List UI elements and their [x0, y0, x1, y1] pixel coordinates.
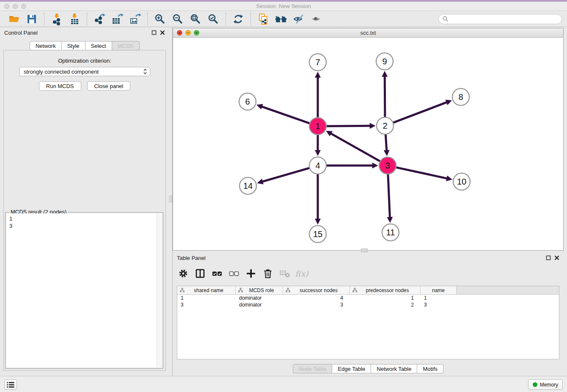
svg-text:7: 7: [315, 58, 320, 67]
column-header-successor-nodes[interactable]: successor nodes: [283, 286, 350, 294]
table-row[interactable]: 3dominator323: [177, 301, 559, 308]
node-14[interactable]: 14: [239, 177, 256, 194]
toolbar-separator: [44, 13, 44, 25]
task-history-button[interactable]: [4, 379, 17, 390]
import-network-icon[interactable]: [50, 13, 63, 25]
save-icon[interactable]: [25, 13, 39, 25]
show-view-icon[interactable]: [310, 13, 323, 25]
hide-view-icon[interactable]: [292, 13, 306, 25]
edge-4-14[interactable]: [262, 168, 311, 182]
svg-text:8: 8: [458, 92, 463, 102]
network-canvas[interactable]: 7968124314101511: [173, 38, 563, 250]
tab-select[interactable]: Select: [85, 41, 112, 50]
network-titlebar[interactable]: scc.txt: [173, 28, 563, 38]
node-10[interactable]: 10: [453, 173, 470, 190]
zoom-fit-icon[interactable]: [189, 13, 202, 25]
search-input[interactable]: [451, 16, 558, 22]
horizontal-splitter-grip[interactable]: [361, 248, 368, 252]
table-cell: 3: [421, 302, 457, 308]
svg-text:3: 3: [385, 161, 390, 170]
toolbar-separator: [226, 13, 226, 25]
edge-2-3[interactable]: [385, 133, 387, 151]
node-6[interactable]: 6: [239, 93, 256, 110]
edge-1-2[interactable]: [325, 126, 370, 126]
open-folder-icon[interactable]: [7, 13, 21, 25]
svg-text:1: 1: [315, 121, 320, 131]
refresh-layout-icon[interactable]: [231, 13, 245, 25]
run-mcds-button[interactable]: Run MCDS: [39, 81, 81, 91]
node-15[interactable]: 15: [309, 226, 326, 243]
node-7[interactable]: 7: [309, 54, 326, 71]
node-9[interactable]: 9: [376, 53, 393, 70]
edge-2-9[interactable]: [385, 76, 385, 118]
memory-button[interactable]: Memory: [528, 379, 563, 390]
control-panel-tabs: NetworkStyleSelectMCDS: [0, 41, 169, 50]
close-panel-button[interactable]: Close panel: [87, 81, 131, 91]
table-cell: 3: [283, 302, 350, 308]
zoom-selected-icon[interactable]: [206, 13, 220, 25]
float-panel-icon[interactable]: [546, 255, 551, 260]
node-1[interactable]: 1: [309, 118, 326, 135]
control-panel-title: Control Panel: [4, 30, 38, 36]
app-titlebar[interactable]: Session: New Session: [0, 2, 567, 11]
table-cell: dominator: [236, 302, 283, 308]
criterion-dropdown[interactable]: strongly connected component: [19, 67, 150, 76]
import-table-icon[interactable]: [68, 13, 81, 25]
node-8[interactable]: 8: [452, 88, 469, 105]
main-toolbar: [0, 11, 567, 27]
app-title: Session: New Session: [0, 3, 567, 9]
hierarchy-icon: [238, 288, 243, 293]
edge-1-6[interactable]: [261, 107, 311, 124]
close-panel-icon[interactable]: [554, 255, 559, 260]
zoom-in-icon[interactable]: [153, 13, 167, 25]
search-field[interactable]: [438, 14, 562, 24]
edge-3-11[interactable]: [388, 173, 390, 218]
close-panel-icon[interactable]: [160, 30, 165, 35]
delete-icon[interactable]: [261, 267, 274, 280]
float-panel-icon[interactable]: [151, 30, 157, 35]
result-scrollbar[interactable]: [157, 213, 162, 367]
node-4[interactable]: 4: [309, 157, 326, 174]
home-icon[interactable]: [274, 13, 288, 25]
splitter-grip[interactable]: [169, 196, 172, 202]
export-table-icon[interactable]: [110, 13, 124, 25]
table-cell: dominator: [236, 295, 283, 301]
tab-style[interactable]: Style: [62, 41, 85, 50]
export-image-icon[interactable]: [128, 13, 142, 25]
column-header-shared-name[interactable]: shared name: [177, 286, 236, 294]
node-11[interactable]: 11: [382, 224, 399, 241]
node-table[interactable]: shared nameMCDS rolesuccessor nodesprede…: [177, 286, 559, 359]
tab-motifs[interactable]: Motifs: [417, 364, 443, 373]
edge-2-8[interactable]: [392, 102, 447, 123]
tab-network[interactable]: Network: [30, 41, 62, 50]
node-2[interactable]: 2: [377, 117, 394, 134]
criterion-dropdown-value: strongly connected component: [24, 69, 143, 75]
deselect-all-icon[interactable]: [228, 267, 240, 280]
tab-network-table[interactable]: Network Table: [371, 364, 417, 373]
network-file-icon[interactable]: [256, 13, 270, 25]
tab-mcds[interactable]: MCDS: [112, 41, 140, 50]
column-header-mcds-role[interactable]: MCDS role: [236, 286, 283, 294]
manage-columns-icon[interactable]: [194, 267, 206, 280]
zoom-out-icon[interactable]: [171, 13, 184, 25]
control-panel: Control Panel NetworkStyleSelectMCDS Opt…: [0, 27, 169, 376]
mcds-result-area[interactable]: 1 3: [6, 213, 162, 367]
export-network-icon[interactable]: [93, 13, 106, 25]
tab-edge-table[interactable]: Edge Table: [332, 364, 371, 373]
column-header-name[interactable]: name: [421, 286, 457, 294]
column-header-predecessor-nodes[interactable]: predecessor nodes: [350, 286, 421, 294]
svg-text:14: 14: [243, 181, 253, 190]
svg-text:4: 4: [315, 161, 320, 170]
table-panel-title: Table Panel: [177, 255, 206, 261]
table-header-row: shared nameMCDS rolesuccessor nodesprede…: [177, 286, 559, 295]
add-icon[interactable]: [245, 267, 257, 280]
edge-3-1[interactable]: [330, 133, 381, 162]
svg-text:2: 2: [383, 121, 387, 130]
table-row[interactable]: 1dominator411: [177, 295, 559, 301]
edge-3-10[interactable]: [395, 167, 447, 179]
tab-node-table[interactable]: Node Table: [293, 364, 333, 373]
select-all-icon[interactable]: [211, 267, 223, 280]
vertical-splitter[interactable]: [169, 27, 173, 376]
node-3[interactable]: 3: [379, 157, 396, 174]
gear-icon[interactable]: [177, 267, 190, 280]
